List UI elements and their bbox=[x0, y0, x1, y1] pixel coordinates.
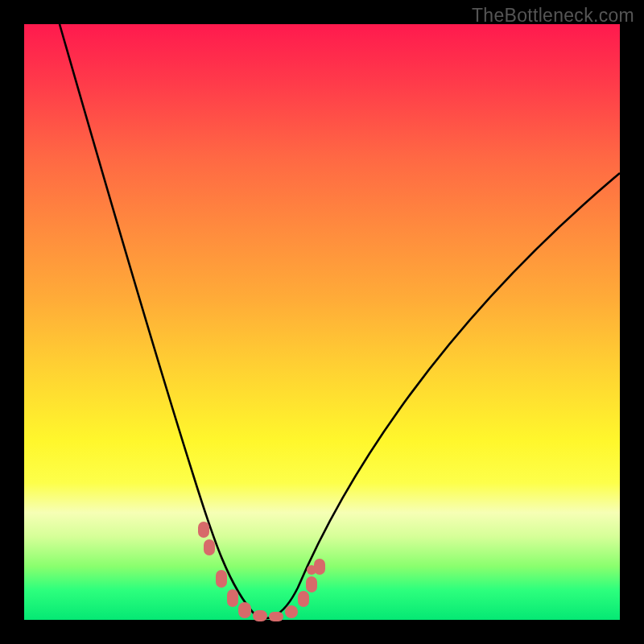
svg-rect-8 bbox=[298, 591, 309, 607]
svg-rect-2 bbox=[216, 570, 227, 588]
curve-layer bbox=[24, 24, 620, 620]
svg-rect-1 bbox=[204, 539, 215, 555]
outer-frame: TheBottleneck.com bbox=[0, 0, 644, 644]
svg-rect-11 bbox=[307, 565, 316, 575]
plot-area bbox=[24, 24, 620, 620]
watermark-text: TheBottleneck.com bbox=[472, 5, 634, 27]
svg-rect-6 bbox=[269, 612, 283, 621]
highlight-dots bbox=[198, 522, 325, 621]
svg-rect-4 bbox=[238, 602, 251, 618]
svg-rect-7 bbox=[285, 605, 298, 618]
svg-rect-3 bbox=[227, 589, 238, 607]
svg-rect-5 bbox=[253, 610, 267, 621]
svg-rect-9 bbox=[306, 576, 317, 592]
bottleneck-curve bbox=[60, 24, 620, 618]
svg-rect-0 bbox=[198, 522, 209, 538]
